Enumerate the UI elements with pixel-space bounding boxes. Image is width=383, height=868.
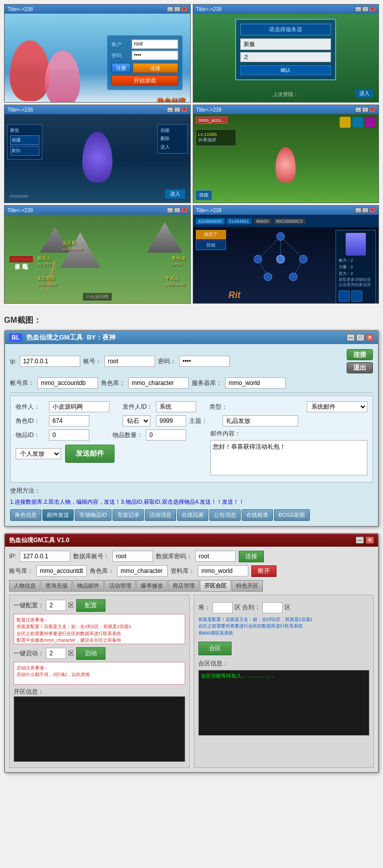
gm2-setup-value[interactable] — [46, 600, 66, 611]
gm1-tab-market[interactable]: 市场物品ID — [75, 509, 112, 521]
gm2-disconnect-btn[interactable]: 断开 — [251, 565, 277, 577]
gm2-connect-btn[interactable]: 连接 — [239, 551, 264, 562]
ss-maximize-2[interactable]: □ — [362, 7, 368, 12]
server-confirm-btn[interactable]: 确认 — [240, 65, 331, 75]
gm1-titlebar-btns[interactable]: — □ ✕ — [347, 334, 374, 341]
gm1-chardb-input[interactable] — [128, 377, 189, 389]
gm1-maximize-btn[interactable]: □ — [356, 334, 364, 341]
ss-maximize-5[interactable]: □ — [174, 208, 180, 213]
ss-maximize-4[interactable]: □ — [362, 107, 368, 112]
login-password-field[interactable]: •••• — [132, 51, 178, 60]
gm2-tab-merge[interactable]: 开区合区 — [200, 580, 231, 592]
gm2-merge-btn[interactable]: 合区 — [198, 642, 232, 655]
gm1-itemcount-input[interactable] — [146, 429, 186, 441]
ss-close-6[interactable]: ✕ — [369, 208, 375, 213]
login-start-btn[interactable]: 开始游戏 — [112, 75, 178, 85]
gm2-mergeinfo-log[interactable] — [198, 670, 370, 736]
gm1-tab-boss[interactable]: BOSS刷新 — [274, 509, 310, 521]
map-area-远月[interactable]: 远月郡LV33-LV48 — [63, 240, 82, 252]
server-field[interactable]: 新服 — [240, 38, 331, 50]
gameplay-icon-3[interactable] — [365, 117, 376, 128]
gm2-openarea-log[interactable] — [14, 696, 185, 762]
map-area-太目[interactable]: 太目剑宗LV45-LV50 — [37, 275, 57, 287]
gm2-tab-activity[interactable]: 活动管理 — [104, 580, 136, 592]
gm2-start-btn[interactable]: 启动 — [76, 647, 105, 660]
gm2-tab-recharge[interactable]: 查询充值 — [41, 580, 72, 592]
gm1-tab-mail[interactable]: 邮件发送 — [42, 509, 74, 521]
gm1-diamond-select[interactable]: 钻石 — [123, 415, 150, 426]
ss-win-btns-3[interactable]: — □ ✕ — [167, 107, 187, 112]
gm1-connect-btn[interactable]: 连接 — [347, 349, 373, 360]
gm2-ip-input[interactable] — [20, 551, 70, 562]
gm1-acctdb-input[interactable] — [37, 377, 98, 389]
gm1-account-input[interactable] — [104, 356, 155, 367]
gm1-subject-input[interactable] — [223, 415, 298, 426]
gm1-tab-online[interactable]: 在线玩家 — [177, 509, 208, 521]
gm2-tab-shop[interactable]: 商店管理 — [168, 580, 199, 592]
gm1-tab-activity[interactable]: 活动消息 — [145, 509, 176, 521]
gm1-srvdb-input[interactable] — [225, 377, 286, 389]
ss-maximize-1[interactable]: □ — [174, 7, 180, 12]
map-area-果地城[interactable]: 果地城LV33+ — [172, 255, 185, 267]
gm1-charid-input[interactable] — [49, 415, 89, 426]
login-register-btn[interactable]: 注册 — [112, 63, 131, 73]
gm1-tab-announce[interactable]: 公告消息 — [209, 509, 241, 521]
gm1-mailcontent-textarea[interactable] — [210, 440, 367, 475]
gameplay-icon-2[interactable] — [352, 117, 363, 128]
gm1-close-btn[interactable]: ✕ — [366, 334, 374, 341]
gameplay-icon-1[interactable] — [340, 117, 351, 128]
ss-win-btns-2[interactable]: — □ ✕ — [355, 7, 375, 12]
gm2-acctdb-input[interactable] — [36, 565, 87, 576]
gm2-dbaccount-input[interactable] — [113, 551, 153, 562]
ss-close-2[interactable]: ✕ — [369, 7, 375, 12]
gm1-tab-recharge[interactable]: 充值记录 — [113, 509, 144, 521]
gm1-minimize-btn[interactable]: — — [347, 334, 355, 341]
map-area-霸蓝山[interactable]: 霸蓝山LV_513 — [37, 255, 51, 267]
gm2-resdb-input[interactable] — [198, 565, 248, 576]
server-input[interactable]: 之 — [240, 52, 331, 62]
gm2-titlebar-btns[interactable]: — ✕ — [356, 537, 374, 544]
ss-maximize-6[interactable]: □ — [362, 208, 368, 213]
login-enter-btn[interactable]: 连接 — [133, 63, 178, 73]
ss-close-1[interactable]: ✕ — [181, 7, 187, 12]
char-enter-btn[interactable]: 进入 — [165, 189, 185, 199]
gm2-merge-from-input[interactable] — [212, 602, 233, 613]
char-item-2[interactable]: 删除 — [10, 146, 39, 156]
gm2-start-value[interactable] — [46, 648, 66, 659]
skill-btn-1[interactable] — [339, 291, 350, 302]
login-username-field[interactable]: root — [132, 39, 178, 49]
gm1-exit-btn[interactable]: 退出 — [347, 362, 373, 373]
gm1-ip-input[interactable] — [20, 356, 80, 367]
skill-tab-2[interactable]: 技能 — [196, 240, 226, 250]
map-area-平凤[interactable]: 平凤山LV35-LV40 — [166, 275, 185, 287]
ss-close-3[interactable]: ✕ — [181, 107, 187, 112]
char-item-1[interactable]: 创建 — [10, 135, 39, 145]
gm1-type-select[interactable]: 系统邮件 — [307, 401, 367, 412]
gm2-merge-to-input[interactable] — [262, 602, 283, 613]
ss-minimize-3[interactable]: — — [167, 107, 173, 112]
ss-minimize-2[interactable]: — — [355, 7, 361, 12]
gm2-setup-btn[interactable]: 配置 — [76, 599, 105, 612]
gm2-close-btn[interactable]: ✕ — [366, 537, 374, 544]
ss-win-btns-5[interactable]: — □ ✕ — [167, 208, 187, 213]
ss-minimize-6[interactable]: — — [355, 208, 361, 213]
gm1-personal-select[interactable]: 个人发放 — [16, 448, 61, 459]
gm1-send-btn[interactable]: 发送邮件 — [65, 445, 115, 463]
ss-maximize-3[interactable]: □ — [174, 107, 180, 112]
gm2-dbpassword-input[interactable] — [195, 551, 236, 562]
ss-minimize-5[interactable]: — — [167, 208, 173, 213]
gm1-tab-check[interactable]: 在线检查 — [242, 509, 273, 521]
gm1-sender-input[interactable] — [156, 401, 196, 412]
gm2-tab-item-mail[interactable]: 物品邮件 — [73, 580, 104, 592]
gm1-password-input[interactable] — [179, 356, 230, 367]
skill-tab-active[interactable]: 游历了 — [196, 230, 226, 239]
gm2-tab-character[interactable]: 人物信息 — [9, 580, 40, 592]
ss-close-4[interactable]: ✕ — [369, 107, 375, 112]
ss-win-btns-4[interactable]: — □ ✕ — [355, 107, 375, 112]
gm2-tab-drop[interactable]: 爆率修改 — [136, 580, 168, 592]
gm1-diamond-input[interactable] — [156, 415, 186, 426]
gm1-tab-character[interactable]: 角色信息 — [10, 509, 41, 521]
ss-close-5[interactable]: ✕ — [181, 208, 187, 213]
skill-btn-2[interactable] — [351, 291, 362, 302]
ss-minimize-1[interactable]: — — [167, 7, 173, 12]
